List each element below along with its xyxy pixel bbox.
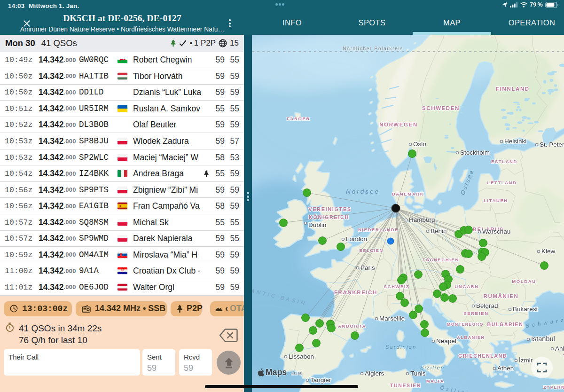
svg-text:Marseille: Marseille (379, 315, 405, 322)
svg-text:Nordsee: Nordsee (346, 188, 380, 195)
svg-text:UNGARN: UNGARN (454, 284, 478, 289)
svg-text:MALTA: MALTA (426, 379, 444, 384)
svg-text:NORWEGEN: NORWEGEN (379, 122, 418, 127)
svg-text:Ank: Ank (555, 345, 564, 352)
svg-text:Algiers: Algiers (365, 370, 384, 377)
svg-text:Tangier: Tangier (310, 376, 331, 384)
svg-text:Berlin: Berlin (431, 227, 447, 235)
svg-text:SERBIEN: SERBIEN (463, 311, 488, 316)
svg-text:MOLDAU: MOLDAU (512, 279, 536, 284)
svg-text:MONTENEGRO: MONTENEGRO (447, 322, 484, 327)
svg-text:St. Petersb: St. Petersb (540, 141, 564, 148)
svg-text:Istanbul: Istanbul (531, 335, 555, 343)
svg-text:RUMÄNIEN: RUMÄNIEN (484, 293, 519, 299)
svg-text:Belgrad: Belgrad (476, 302, 498, 309)
svg-text:GRIECHENLAND: GRIECHENLAND (458, 353, 507, 359)
svg-text:DÄNEMARK: DÄNEMARK (392, 191, 424, 196)
svg-text:LETTLAND: LETTLAND (487, 180, 517, 185)
svg-text:Nördlicher Polarkreis: Nördlicher Polarkreis (343, 46, 403, 51)
svg-text:Stockholm: Stockholm (460, 149, 490, 156)
svg-text:Athen: Athen (497, 365, 514, 372)
svg-text:Maps: Maps (266, 368, 287, 377)
svg-text:TUNESIEN: TUNESIEN (390, 383, 421, 388)
svg-text:London: London (346, 235, 367, 243)
svg-text:FRANKREICH: FRANKREICH (334, 290, 377, 295)
svg-text:ANDORRA: ANDORRA (338, 323, 366, 329)
svg-text:Neapel: Neapel (436, 337, 456, 345)
svg-text:BELGIEN: BELGIEN (359, 248, 383, 253)
svg-text:Legal: Legal (291, 370, 302, 375)
svg-text:Lissabon: Lissabon (289, 353, 314, 360)
svg-text:Kiew: Kiew (541, 248, 556, 255)
svg-text:BULGARIEN: BULGARIEN (487, 321, 524, 327)
svg-text:VEREINIGTES: VEREINIGTES (308, 206, 352, 212)
svg-text:Tunis: Tunis (410, 370, 426, 377)
svg-text:SCHWEDEN: SCHWEDEN (422, 105, 460, 111)
svg-text:İzmir: İzmir (519, 357, 533, 364)
svg-text:FÄRÖER: FÄRÖER (287, 116, 310, 121)
svg-text:LITAUEN: LITAUEN (484, 198, 508, 203)
svg-text:Warschau: Warschau (482, 228, 510, 235)
svg-text:ALBANIEN: ALBANIEN (457, 335, 485, 340)
svg-text:Sardinien: Sardinien (385, 344, 417, 350)
svg-text:FINNLAND: FINNLAND (496, 86, 530, 92)
svg-text:Oslo: Oslo (413, 141, 426, 148)
svg-text:ZYPERN: ZYPERN (543, 385, 564, 390)
svg-text:Dublin: Dublin (308, 221, 326, 228)
svg-text:ESTLAND: ESTLAND (491, 159, 517, 164)
svg-text:SCHWEIZ: SCHWEIZ (384, 284, 409, 289)
svg-text:Helsinki: Helsinki (504, 138, 526, 145)
svg-text:Bukarest: Bukarest (513, 306, 538, 313)
